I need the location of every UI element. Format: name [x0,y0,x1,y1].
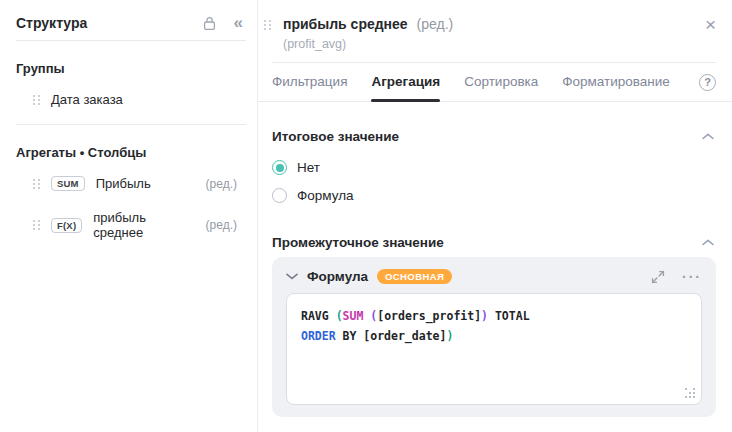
groups-header: Группы [16,61,241,76]
section-title: Промежуточное значение [272,235,444,250]
lock-icon [203,16,216,31]
aggregation-type-badge: SUM [51,176,85,191]
edited-hint: (ред.) [417,16,454,32]
drag-handle-icon[interactable] [33,219,40,231]
aggregates-header: Агрегаты • Столбцы [16,145,241,160]
group-label: Дата заказа [51,92,123,107]
resize-handle-icon[interactable] [685,388,696,399]
chevron-down-icon [286,273,298,280]
drag-handle-icon[interactable] [33,178,40,190]
expand-button[interactable] [651,270,665,284]
formula-line: ORDER BY [order_date]) [301,326,687,346]
intermediate-value-section-header: Промежуточное значение [272,235,716,250]
chevron-up-icon [702,239,714,246]
drag-handle-icon[interactable] [264,19,271,31]
panel-content: Итоговое значение Нет Формула Промежуточ… [258,102,732,417]
tab-filtering[interactable]: Фильтрация [272,63,347,101]
tab-sorting[interactable]: Сортировка [464,63,538,101]
dataset-field-editor: Структура « Группы Дата заказа Агрегаты … [0,0,732,432]
field-title: прибыль среднее [283,16,408,32]
collapse-double-chevron-icon: « [234,16,243,30]
edited-hint: (ред.) [206,218,237,232]
aggregate-row[interactable]: SUM Прибыль (ред.) [0,173,257,194]
collapse-formula-button[interactable] [286,273,298,280]
radio-label: Формула [297,188,354,203]
radio-selected-icon[interactable] [272,160,287,175]
radio-label: Нет [297,160,320,175]
sidebar-title: Структура [16,15,185,31]
tab-bar: Фильтрация Агрегация Сортировка Форматир… [258,63,732,102]
panel-title-block: прибыль среднее (ред.) (profit_avg) [283,16,705,51]
sidebar-divider [16,124,246,125]
aggregate-row[interactable]: F(X) прибыль среднее (ред.) [0,207,257,243]
sidebar-header: Структура « [0,0,257,31]
total-value-section-header: Итоговое значение [272,129,716,144]
close-button[interactable]: × [705,17,716,33]
sidebar-divider [16,40,246,41]
collapse-section-button[interactable] [700,237,716,248]
close-icon: × [705,17,716,33]
primary-badge: ОСНОВНАЯ [377,269,452,284]
tab-aggregation[interactable]: Агрегация [371,63,440,101]
collapse-sidebar-button[interactable]: « [234,16,243,30]
drag-handle-icon[interactable] [33,94,40,106]
structure-sidebar: Структура « Группы Дата заказа Агрегаты … [0,0,258,432]
radio-option-formula[interactable]: Формула [272,188,716,203]
lock-button[interactable] [203,16,216,31]
aggregate-label: прибыль среднее [93,210,194,240]
formula-editor[interactable]: RAVG (SUM ([orders_profit]) TOTAL ORDER … [286,293,702,405]
field-id: (profit_avg) [283,37,705,51]
more-menu-button[interactable]: ··· [682,273,702,281]
tab-formatting[interactable]: Форматирование [562,63,670,101]
group-row[interactable]: Дата заказа [0,89,257,110]
question-icon: ? [704,75,711,89]
expand-icon [651,270,665,284]
edited-hint: (ред.) [206,177,237,191]
radio-option-none[interactable]: Нет [272,160,716,175]
collapse-section-button[interactable] [700,131,716,142]
formula-type-badge: F(X) [51,218,82,233]
field-settings-panel: прибыль среднее (ред.) (profit_avg) × Фи… [258,0,732,432]
ellipsis-icon: ··· [682,273,702,281]
formula-card-title: Формула [307,269,368,284]
help-button[interactable]: ? [699,74,716,91]
panel-header: прибыль среднее (ред.) (profit_avg) × [258,0,732,51]
formula-card-header: Формула ОСНОВНАЯ ··· [286,269,702,284]
aggregate-label: Прибыль [96,176,151,191]
section-title: Итоговое значение [272,129,399,144]
radio-unselected-icon[interactable] [272,188,287,203]
chevron-up-icon [702,133,714,140]
formula-card: Формула ОСНОВНАЯ ··· RAVG (SUM ([orde [272,257,716,417]
formula-line: RAVG (SUM ([orders_profit]) TOTAL [301,306,687,326]
